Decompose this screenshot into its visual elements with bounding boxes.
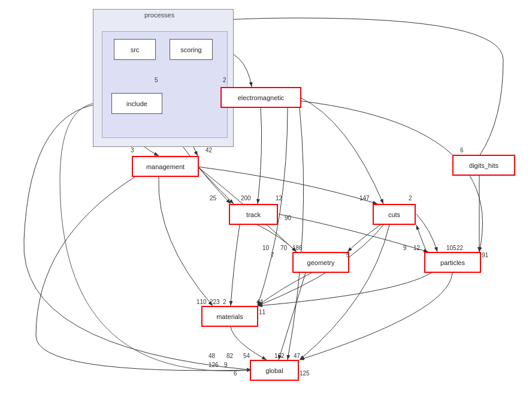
edge-label-44: 44 — [256, 299, 263, 305]
edge-label-42: 42 — [205, 147, 212, 154]
node-digits-hits: digits_hits — [452, 155, 515, 176]
node-geometry: geometry — [292, 252, 349, 273]
edge-label-162: 162 — [274, 353, 285, 359]
node-management: management — [132, 156, 199, 177]
node-scoring-label: scoring — [180, 46, 201, 53]
node-src-label: src — [131, 46, 140, 53]
processes-label: processes — [144, 11, 174, 19]
edge-label-82: 82 — [226, 353, 233, 359]
node-scoring: scoring — [170, 39, 213, 60]
node-track-label: track — [246, 211, 261, 218]
edge-label-110: 110 — [197, 299, 207, 305]
edge-label-2c: 2 — [223, 299, 226, 305]
edge-label-2a: 2 — [223, 77, 226, 83]
edge-label-91: 91 — [482, 252, 488, 258]
edge-label-126: 126 — [208, 362, 219, 368]
node-include: include — [111, 93, 162, 114]
edge-label-22: 22 — [457, 245, 463, 251]
node-global: global — [250, 360, 299, 381]
diagram-container: processes src scoring include electromag… — [0, 0, 532, 415]
node-electromagnetic: electromagnetic — [220, 87, 301, 108]
edge-label-9b: 9 — [224, 362, 228, 368]
node-digits-hits-label: digits_hits — [469, 162, 498, 169]
node-track: track — [229, 204, 278, 225]
edge-label-12b: 12 — [413, 245, 420, 251]
edge-label-105: 105 — [446, 245, 457, 251]
node-particles-label: particles — [440, 259, 465, 266]
edge-label-9: 9 — [403, 245, 407, 251]
node-geometry-label: geometry — [307, 259, 335, 266]
edge-label-90: 90 — [285, 215, 291, 221]
edge-label-200: 200 — [241, 195, 251, 202]
edge-label-5b: 5 — [346, 252, 350, 258]
node-electromagnetic-label: electromagnetic — [238, 94, 285, 101]
edge-label-7: 7 — [271, 252, 274, 258]
edge-label-6b: 6 — [234, 370, 237, 377]
edge-label-2b: 2 — [409, 195, 412, 202]
node-materials: materials — [201, 306, 258, 327]
edge-label-12a: 12 — [276, 195, 282, 202]
edge-label-10: 10 — [262, 245, 269, 251]
edge-label-48: 48 — [208, 353, 215, 359]
node-materials-label: materials — [216, 313, 243, 320]
node-cuts: cuts — [373, 204, 416, 225]
edge-label-70: 70 — [280, 245, 287, 251]
node-management-label: management — [146, 163, 185, 170]
edge-label-5: 5 — [155, 77, 158, 83]
edge-label-54: 54 — [243, 353, 250, 359]
edge-label-125: 125 — [300, 370, 310, 377]
edge-label-186: 186 — [292, 245, 303, 251]
node-src: src — [114, 39, 156, 60]
node-cuts-label: cuts — [388, 211, 400, 218]
edge-label-223: 223 — [210, 299, 220, 305]
edge-label-47: 47 — [294, 353, 300, 359]
node-include-label: include — [126, 100, 147, 107]
edge-label-25: 25 — [210, 195, 216, 202]
edge-label-6: 6 — [460, 147, 464, 154]
node-global-label: global — [265, 367, 283, 374]
edge-label-3: 3 — [131, 147, 134, 154]
edge-label-147: 147 — [359, 195, 370, 202]
node-particles: particles — [424, 252, 481, 273]
edge-label-11: 11 — [259, 309, 265, 315]
